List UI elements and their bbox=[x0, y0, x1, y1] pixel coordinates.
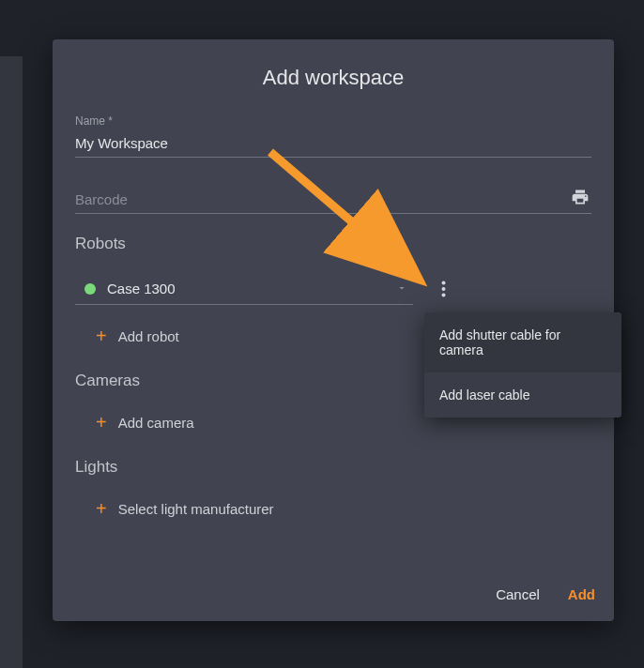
plus-icon: + bbox=[96, 499, 107, 518]
plus-icon: + bbox=[96, 413, 107, 432]
robot-kebab-button[interactable] bbox=[426, 272, 460, 306]
popover-add-shutter-cable[interactable]: Add shutter cable for camera bbox=[424, 312, 621, 372]
chevron-down-icon bbox=[396, 281, 407, 297]
background-panel bbox=[0, 56, 23, 668]
select-light-link[interactable]: + Select light manufacturer bbox=[96, 499, 274, 518]
robot-selected-name: Case 1300 bbox=[107, 281, 176, 296]
name-field-group: Name * bbox=[75, 114, 591, 158]
add-robot-link[interactable]: + Add robot bbox=[96, 326, 179, 345]
robots-section-title: Robots bbox=[75, 235, 591, 253]
lights-section-title: Lights bbox=[75, 458, 591, 477]
svg-point-1 bbox=[441, 287, 445, 291]
add-robot-text: Add robot bbox=[118, 328, 179, 344]
cancel-button[interactable]: Cancel bbox=[496, 586, 540, 602]
robot-row: Case 1300 bbox=[75, 272, 591, 306]
select-light-text: Select light manufacturer bbox=[118, 501, 274, 517]
plus-icon: + bbox=[96, 326, 107, 345]
name-input[interactable] bbox=[75, 129, 591, 158]
svg-point-2 bbox=[441, 294, 445, 297]
barcode-field-group bbox=[75, 186, 591, 214]
robot-select[interactable]: Case 1300 bbox=[75, 273, 413, 305]
svg-point-0 bbox=[441, 281, 445, 285]
modal-actions: Cancel Add bbox=[496, 586, 595, 602]
barcode-input[interactable] bbox=[75, 186, 591, 214]
add-camera-link[interactable]: + Add camera bbox=[96, 413, 194, 432]
modal-title: Add workspace bbox=[75, 39, 591, 114]
name-label: Name * bbox=[75, 114, 591, 128]
popover-add-laser-cable[interactable]: Add laser cable bbox=[424, 372, 621, 418]
add-button[interactable]: Add bbox=[568, 586, 595, 602]
kebab-popover: Add shutter cable for camera Add laser c… bbox=[424, 312, 621, 418]
status-dot-icon bbox=[84, 283, 96, 295]
print-icon[interactable] bbox=[571, 188, 590, 210]
add-camera-text: Add camera bbox=[118, 415, 194, 431]
